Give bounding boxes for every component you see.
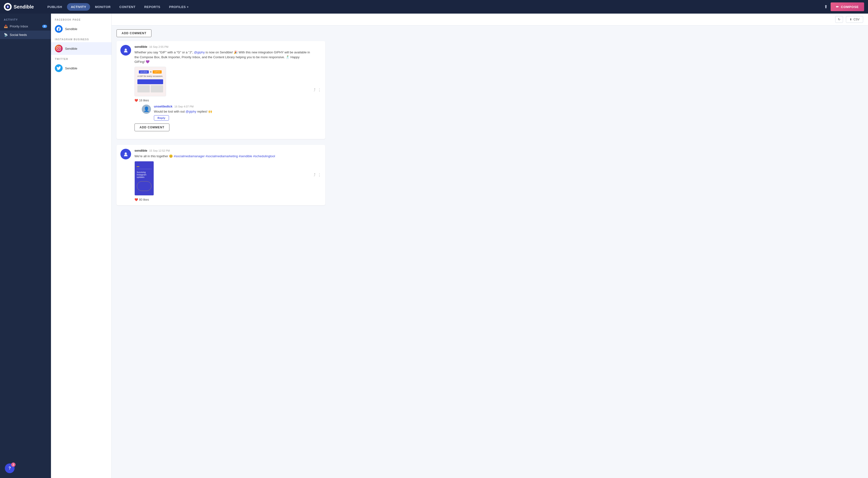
svg-point-4 xyxy=(125,152,127,154)
comment-1-author: unsettledtck xyxy=(154,104,173,108)
post-2-author: sendible xyxy=(134,149,147,152)
nav-links: PUBLISH ACTIVITY MONITOR CONTENT REPORTS… xyxy=(43,3,824,11)
post-1-image-container: sendible ✕ GIPHY A GIF for every occassi… xyxy=(134,67,310,96)
account-fb-sendible[interactable]: Sendible xyxy=(51,23,112,35)
logo-text: Sendible xyxy=(13,4,34,10)
csv-label: CSV xyxy=(854,18,860,21)
more-icon-1[interactable]: ⋮ xyxy=(317,88,321,92)
priority-inbox-badge: 0 xyxy=(42,25,47,28)
hashtag-smmarketing[interactable]: #socialmediamarketing xyxy=(206,154,238,158)
post-1-image-inner: sendible ✕ GIPHY A GIF for every occassi… xyxy=(135,67,166,96)
ig-account-name: Sendible xyxy=(65,47,78,51)
fb-avatar xyxy=(55,25,63,33)
post-card-2: sendible 15 Sep 12:52 PM We're all in th… xyxy=(117,145,325,205)
comment-1-header: unsettledtck 16 Sep 4:07 PM xyxy=(154,104,310,108)
post-2-image: ━━ Surviving Instagram updates xyxy=(134,161,154,196)
social-feeds-label: Social feeds xyxy=(10,33,27,37)
logo[interactable]: Sendible xyxy=(4,3,34,11)
post-1-likes: ❤️ 16 likes xyxy=(134,99,310,102)
inbox-icon: 📥 xyxy=(4,25,8,28)
nav-reports[interactable]: REPORTS xyxy=(140,3,164,11)
post-2-image-label: Surviving Instagram updates xyxy=(137,171,152,178)
fb-section-label: FACEBOOK PAGE xyxy=(51,15,112,23)
post-2-header: sendible 15 Sep 12:52 PM xyxy=(134,149,310,152)
help-icon: ? xyxy=(8,466,11,471)
refresh-button[interactable]: ↻ xyxy=(835,16,843,23)
hashtag-smm[interactable]: #socialmediamanager xyxy=(174,154,205,158)
top-nav: Sendible PUBLISH ACTIVITY MONITOR CONTEN… xyxy=(0,0,868,13)
nav-right: ⬆ ✏ COMPOSE xyxy=(824,2,864,11)
giphy-link-1[interactable]: @giphy xyxy=(194,51,205,54)
main-content: ↻ ⬇ CSV ADD COMMENT xyxy=(112,13,868,478)
add-comment-button-top[interactable]: ADD COMMENT xyxy=(117,29,152,37)
main-header: ↻ ⬇ CSV xyxy=(112,13,868,26)
post-1-likes-count: 16 likes xyxy=(139,99,149,102)
hashtag-schedulingtool[interactable]: #schedulingtool xyxy=(253,154,275,158)
logo-icon xyxy=(4,3,12,11)
accounts-panel: FACEBOOK PAGE Sendible INSTAGRAM BUSINES… xyxy=(51,13,112,478)
comment-1: 👤 unsettledtck 16 Sep 4:07 PM Would be l… xyxy=(142,104,310,121)
post-1-image: sendible ✕ GIPHY A GIF for every occassi… xyxy=(134,67,166,96)
sidebar-item-priority-inbox[interactable]: 📥 Priority Inbox 0 xyxy=(0,22,51,31)
pencil-icon: ✏ xyxy=(836,5,839,9)
nav-monitor[interactable]: MONITOR xyxy=(91,3,115,11)
sidebar-section-label: ACTIVITY xyxy=(0,17,51,22)
reply-button-1[interactable]: Reply xyxy=(154,115,169,121)
post-2-likes: ❤️ 80 likes xyxy=(134,198,310,201)
giphy-link-comment[interactable]: @giphy xyxy=(186,110,196,113)
help-bubble[interactable]: ? 2 xyxy=(5,464,14,473)
post-2-likes-count: 80 likes xyxy=(139,198,149,201)
post-card-1: sendible 16 Sep 2:55 PM Whether you say … xyxy=(117,41,325,139)
post-2-text: We're all in this together 😊 #socialmedi… xyxy=(134,154,310,159)
heart-icon-2: ❤️ xyxy=(134,198,138,201)
post-2-body: sendible 15 Sep 12:52 PM We're all in th… xyxy=(134,149,310,201)
account-tw-sendible[interactable]: Sendible xyxy=(51,62,112,74)
post-1-body: sendible 16 Sep 2:55 PM Whether you say … xyxy=(134,45,310,135)
nav-profiles[interactable]: PROFILES + xyxy=(165,3,193,11)
add-comment-button-post1[interactable]: ADD COMMENT xyxy=(134,124,169,131)
post-1-time: 16 Sep 2:55 PM xyxy=(149,45,168,48)
share-icon-1[interactable]: ⤴ xyxy=(314,88,315,92)
feeds-icon: 📡 xyxy=(4,33,8,37)
ig-avatar xyxy=(55,45,63,53)
share-icon-2[interactable]: ⤴ xyxy=(314,173,315,177)
post-2-image-inner: ━━ Surviving Instagram updates xyxy=(135,161,154,195)
comment-1-body: unsettledtck 16 Sep 4:07 PM Would be los… xyxy=(154,104,310,121)
compose-button[interactable]: ✏ COMPOSE xyxy=(831,2,864,11)
more-icon-2[interactable]: ⋮ xyxy=(317,173,321,178)
post-1-actions: ⤴ ⋮ xyxy=(314,45,321,135)
post-1-text: Whether you say "GIF" with a "G" or a "J… xyxy=(134,50,310,64)
post-2-image-container: ━━ Surviving Instagram updates xyxy=(134,161,310,196)
download-icon: ⬇ xyxy=(849,18,852,21)
compose-label: COMPOSE xyxy=(841,5,859,9)
post-1-header: sendible 16 Sep 2:55 PM xyxy=(134,45,310,49)
tw-section-label: TWITTER xyxy=(51,55,112,62)
post-2-actions: ⤴ ⋮ xyxy=(314,149,321,201)
nav-publish[interactable]: PUBLISH xyxy=(43,3,66,11)
nav-content[interactable]: CONTENT xyxy=(116,3,139,11)
help-badge: 2 xyxy=(11,463,16,467)
csv-button[interactable]: ⬇ CSV xyxy=(846,16,863,23)
svg-point-2 xyxy=(125,49,127,51)
comment-1-avatar: 👤 xyxy=(142,104,151,114)
sidebar-item-social-feeds[interactable]: 📡 Social feeds xyxy=(0,31,51,39)
heart-icon-1: ❤️ xyxy=(134,99,138,102)
left-sidebar: ACTIVITY 📥 Priority Inbox 0 📡 Social fee… xyxy=(0,13,51,478)
comment-1-time: 16 Sep 4:07 PM xyxy=(175,105,194,108)
layout: ACTIVITY 📥 Priority Inbox 0 📡 Social fee… xyxy=(0,13,868,478)
upload-button[interactable]: ⬆ xyxy=(824,4,828,9)
post-1-author: sendible xyxy=(134,45,147,49)
comment-1-text: Would be lost with out @giphy replies! 🙌 xyxy=(154,109,310,114)
post-1-avatar xyxy=(120,45,131,56)
ig-section-label: INSTAGRAM BUSINESS xyxy=(51,35,112,42)
post-2-avatar xyxy=(120,149,131,159)
fb-account-name: Sendible xyxy=(65,27,78,31)
priority-inbox-label: Priority Inbox xyxy=(10,25,28,28)
tw-avatar xyxy=(55,64,63,72)
hashtag-sendible[interactable]: #sendible xyxy=(239,154,252,158)
tw-account-name: Sendible xyxy=(65,66,78,70)
account-ig-sendible[interactable]: Sendible xyxy=(51,42,112,55)
nav-activity[interactable]: ACTIVITY xyxy=(67,3,90,11)
feed-container: ADD COMMENT sendible 16 Sep 2:55 PM xyxy=(112,26,330,215)
post-2-time: 15 Sep 12:52 PM xyxy=(149,149,170,152)
